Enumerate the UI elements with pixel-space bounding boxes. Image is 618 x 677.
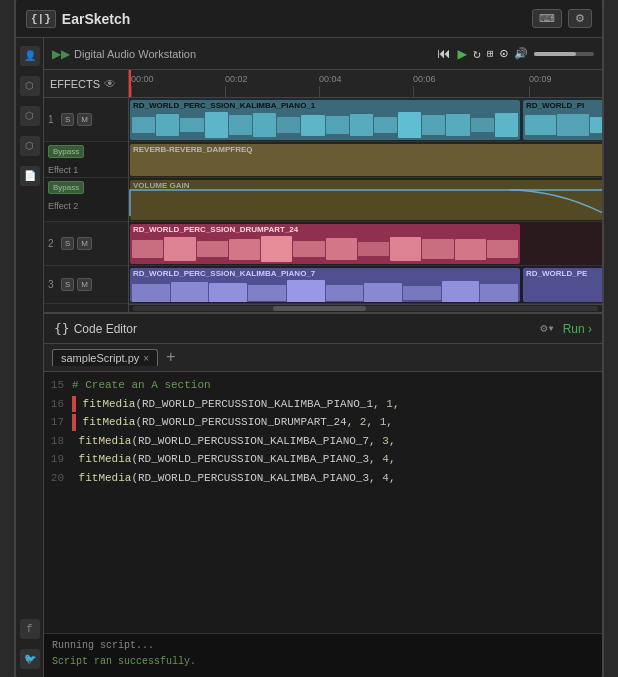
track-3-clip-1[interactable]: RD_WORLD_PERC_SSION_KALIMBA_PIANO_7 [130, 268, 520, 302]
app-header: {|} EarSketch ⌨ ⚙ [16, 0, 602, 38]
track-3-mute-btn[interactable]: M [77, 278, 92, 291]
run-button[interactable]: Run › [563, 322, 592, 336]
volume-slider[interactable] [534, 52, 594, 56]
play-button[interactable]: ▶ [457, 44, 467, 64]
line-num-17: 17 [44, 414, 72, 431]
code-section: {} Code Editor ⚙▾ Run › sampleScript.py … [44, 314, 602, 677]
scrollbar-track [133, 306, 598, 311]
keyboard-button[interactable]: ⌨ [532, 9, 562, 28]
add-tab-button[interactable]: + [162, 349, 180, 367]
track-3-number: 3 [48, 279, 58, 290]
effect-1-row: REVERB-REVERB_DAMPFREQ [129, 142, 602, 178]
ruler-tick-0: 00:00 [131, 74, 154, 84]
bypass-2-button[interactable]: Bypass [48, 181, 84, 194]
app-container: {|} EarSketch ⌨ ⚙ 👤 ⬡ ⬡ ⬡ 📄 f 🐦 ▶▶ [14, 0, 604, 677]
track-1-clip-2[interactable]: RD_WORLD_PI [523, 100, 602, 140]
effects-header: EFFECTS 👁 [44, 70, 128, 98]
line-num-19: 19 [44, 451, 72, 468]
clip-3-label: RD_WORLD_PERC_SSION_DRUMPART_24 [130, 224, 520, 235]
code-line-19: 19 fitMedia(RD_WORLD_PERCUSSION_KALIMBA_… [44, 450, 602, 469]
code-line-17: 17 fitMedia(RD_WORLD_PERCUSSION_DRUMPART… [44, 413, 602, 432]
app-title: EarSketch [62, 11, 130, 27]
sidebar-icon-1[interactable]: ⬡ [20, 76, 40, 96]
volume-button[interactable]: 🔊 [514, 47, 528, 60]
line-num-20: 20 [44, 470, 72, 487]
eye-icon[interactable]: 👁 [104, 77, 116, 91]
clip-2-label: RD_WORLD_PI [523, 100, 602, 111]
effect-1-name: Effect 1 [48, 165, 78, 175]
effect-2-label: Bypass Effect 2 [44, 178, 128, 222]
left-sidebar: 👤 ⬡ ⬡ ⬡ 📄 f 🐦 [16, 38, 44, 677]
track-3-solo-btn[interactable]: S [61, 278, 74, 291]
code-header: {} Code Editor ⚙▾ Run › [44, 314, 602, 344]
header-buttons: ⌨ ⚙ [532, 9, 592, 28]
sidebar-user-icon[interactable]: 👤 [20, 46, 40, 66]
effect-1-clip-label: REVERB-REVERB_DAMPFREQ [130, 144, 602, 155]
clip-3-waveform [130, 235, 520, 263]
tab-close-button[interactable]: × [143, 353, 149, 364]
scrollbar-thumb[interactable] [273, 306, 366, 311]
sidebar-icon-3[interactable]: ⬡ [20, 136, 40, 156]
console-line-2: Script ran successfully. [52, 654, 594, 670]
code-line-16: 16 fitMedia(RD_WORLD_PERCUSSION_KALIMBA_… [44, 395, 602, 414]
track-1-solo-btn[interactable]: S [61, 113, 74, 126]
rewind-button[interactable]: ⏮ [437, 46, 451, 62]
sidebar-doc-icon[interactable]: 📄 [20, 166, 40, 186]
clip-1-label: RD_WORLD_PERC_SSION_KALIMBA_PIANO_1 [130, 100, 520, 111]
track-2-row: RD_WORLD_PERC_SSION_DRUMPART_24 [129, 222, 602, 266]
effect-2-clip-label: VOLUME GAIN [130, 180, 602, 191]
waveform-bars-1b [525, 111, 602, 139]
sidebar-facebook-icon[interactable]: f [20, 619, 40, 639]
track-2-label: 2 S M [44, 222, 128, 266]
ruler-tick-4: 00:09 [529, 74, 552, 84]
timeline-area: 00:00 00:02 00:04 00:06 00:09 [129, 70, 602, 312]
waveform-bars-2 [132, 235, 518, 263]
effect-2-row: VOLUME GAIN [129, 178, 602, 222]
code-editor-title: {} Code Editor [54, 321, 137, 336]
code-settings-button[interactable]: ⚙▾ [540, 321, 554, 336]
bypass-1-button[interactable]: Bypass [48, 145, 84, 158]
effect-1-label: Bypass Effect 1 [44, 142, 128, 178]
console-area: Running script... Script ran successfull… [44, 633, 602, 677]
waveform-bars-1 [132, 111, 518, 139]
track-2-mute-btn[interactable]: M [77, 237, 92, 250]
sidebar-twitter-icon[interactable]: 🐦 [20, 649, 40, 669]
code-content: 15 # Create an A section 16 fitMedia(RD_… [44, 372, 602, 633]
track-3-clip-2[interactable]: RD_WORLD_PE [523, 268, 602, 302]
clip-2-waveform [523, 111, 602, 139]
logo-icon: {|} [26, 10, 56, 28]
effect-2-name: Effect 2 [48, 201, 78, 211]
sidebar-icon-2[interactable]: ⬡ [20, 106, 40, 126]
metronome-button[interactable]: ⊙ [500, 45, 508, 62]
code-line-15: 15 # Create an A section [44, 376, 602, 395]
track-1-mute-btn[interactable]: M [77, 113, 92, 126]
right-content: ▶▶ Digital Audio Workstation ⏮ ▶ ↻ ⊞ ⊙ 🔊 [44, 38, 602, 677]
tab-name: sampleScript.py [61, 352, 139, 364]
line-code-17: fitMedia(RD_WORLD_PERCUSSION_DRUMPART_24… [76, 414, 393, 431]
main-layout: 👤 ⬡ ⬡ ⬡ 📄 f 🐦 ▶▶ Digital Audio Workstati… [16, 38, 602, 677]
track-3-row: RD_WORLD_PERC_SSION_KALIMBA_PIANO_7 [129, 266, 602, 304]
track-1-number: 1 [48, 114, 58, 125]
track-2-clip[interactable]: RD_WORLD_PERC_SSION_DRUMPART_24 [130, 224, 520, 264]
h-scrollbar[interactable] [129, 304, 602, 312]
line-num-15: 15 [44, 377, 72, 394]
track-2-solo-btn[interactable]: S [61, 237, 74, 250]
line-code-19: fitMedia(RD_WORLD_PERCUSSION_KALIMBA_PIA… [72, 451, 395, 468]
track-1-label: 1 S M [44, 98, 128, 142]
code-tab-samplescript[interactable]: sampleScript.py × [52, 349, 158, 366]
settings-header-button[interactable]: ⚙ [568, 9, 592, 28]
app-logo: {|} EarSketch [26, 10, 130, 28]
timeline-ruler: 00:00 00:02 00:04 00:06 00:09 [129, 70, 602, 98]
track-1-clip-1[interactable]: RD_WORLD_PERC_SSION_KALIMBA_PIANO_1 [130, 100, 520, 140]
track-2-number: 2 [48, 238, 58, 249]
loop-button[interactable]: ↻ [473, 46, 481, 62]
track-3-label: 3 S M [44, 266, 128, 304]
transport-controls: ⏮ ▶ ↻ ⊞ ⊙ 🔊 [437, 44, 594, 64]
tracks-container: RD_WORLD_PERC_SSION_KALIMBA_PIANO_1 [129, 98, 602, 304]
line-code-16: fitMedia(RD_WORLD_PERCUSSION_KALIMBA_PIA… [76, 396, 399, 413]
effect-1-clip[interactable]: REVERB-REVERB_DAMPFREQ [130, 144, 602, 176]
clip-5-label: RD_WORLD_PE [523, 268, 602, 279]
grid-button[interactable]: ⊞ [487, 47, 494, 60]
effect-2-clip[interactable]: VOLUME GAIN [130, 180, 602, 220]
track-1-row: RD_WORLD_PERC_SSION_KALIMBA_PIANO_1 [129, 98, 602, 142]
